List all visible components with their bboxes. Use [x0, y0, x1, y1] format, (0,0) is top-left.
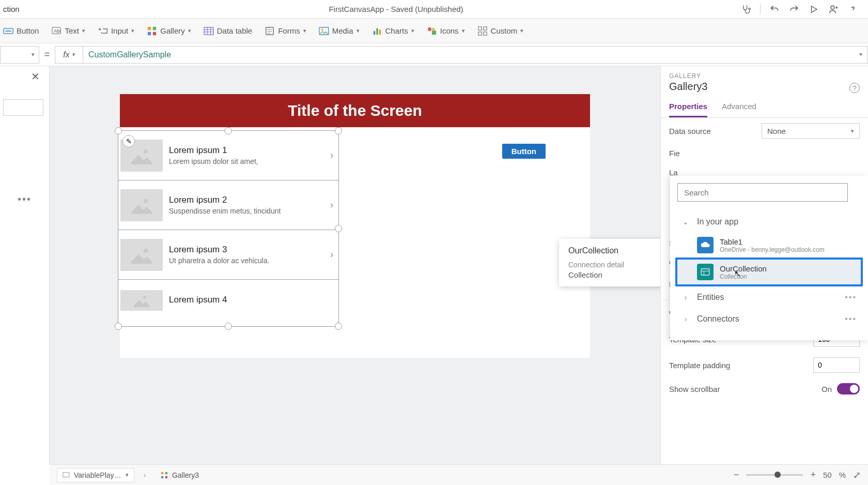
ribbon-media[interactable]: Media ▾ — [319, 26, 360, 36]
formula-value: CustomGallerySample — [88, 50, 171, 59]
gallery-item[interactable]: Lorem ipsum 1 Lorem ipsum dolor sit amet… — [118, 131, 338, 180]
chevron-down-icon: ▾ — [82, 27, 85, 34]
gallery-item[interactable]: Lorem ipsum 3 Ut pharetra a dolor ac veh… — [118, 230, 338, 280]
svg-point-1 — [831, 6, 834, 9]
screen-title: Title of the Screen — [288, 102, 422, 119]
media-icon — [319, 26, 329, 36]
resize-handle[interactable] — [115, 127, 122, 134]
chevron-down-icon: ▾ — [131, 27, 134, 34]
help-circle-icon[interactable]: ? — [849, 83, 860, 93]
ribbon-charts[interactable]: Charts ▾ — [372, 26, 414, 36]
chevron-down-icon: ▾ — [520, 27, 523, 34]
edit-pencil-icon[interactable]: ✎ — [122, 135, 135, 147]
resize-handle[interactable] — [335, 323, 342, 330]
chevron-right-icon[interactable]: › — [330, 200, 333, 210]
tooltip-value: Collection — [568, 270, 663, 279]
ribbon-text[interactable]: Abc Text ▾ — [51, 26, 85, 36]
gallery-item[interactable]: Lorem ipsum 4 — [118, 280, 338, 321]
fullscreen-icon[interactable]: ⤢ — [853, 469, 861, 481]
ribbon-input[interactable]: Input ▾ — [98, 26, 134, 36]
left-panel-box[interactable] — [3, 99, 43, 116]
section-connectors[interactable]: › Connectors ••• — [677, 308, 861, 330]
item-subtitle: Collection — [720, 273, 767, 280]
data-source-select[interactable]: None ▾ — [762, 123, 860, 139]
canvas-screen[interactable]: Title of the Screen Button ✎ Lorem ipsum… — [120, 94, 590, 358]
stethoscope-icon[interactable] — [740, 4, 752, 15]
datasource-item-table1[interactable]: Table1 OneDrive - benny.legge@outlook.co… — [677, 233, 861, 257]
more-icon[interactable]: ••• — [0, 193, 49, 205]
fx-button[interactable]: fx▾ — [55, 46, 83, 64]
chevron-down-icon: ▾ — [126, 472, 129, 478]
help-icon[interactable] — [847, 4, 859, 15]
svg-rect-8 — [148, 32, 151, 35]
chevron-right-icon[interactable]: › — [330, 249, 333, 260]
tab-properties[interactable]: Properties — [669, 97, 707, 117]
breadcrumb-screen[interactable]: VariablePlay… ▾ — [57, 468, 134, 482]
datasource-item-ourcollection[interactable]: OurCollection Collection ↖ — [677, 260, 861, 284]
zoom-out-button[interactable]: − — [734, 469, 739, 480]
breadcrumb-control[interactable]: Gallery3 — [156, 468, 204, 482]
redo-icon[interactable] — [788, 4, 800, 15]
control-type-label: GALLERY — [661, 66, 868, 80]
resize-handle[interactable] — [335, 225, 342, 232]
formula-input[interactable]: CustomGallerySample ▾ — [83, 46, 868, 64]
ribbon-gallery[interactable]: Gallery ▾ — [147, 26, 191, 36]
ribbon-datatable[interactable]: Data table — [204, 26, 252, 36]
prop-data-source-label: Data source — [669, 127, 711, 135]
svg-point-30 — [144, 149, 148, 154]
gallery-control[interactable]: ✎ Lorem ipsum 1 Lorem ipsum dolor sit am… — [118, 130, 339, 327]
template-padding-input[interactable] — [813, 357, 860, 373]
ribbon-custom[interactable]: Custom ▾ — [477, 26, 524, 36]
chevron-right-icon[interactable]: › — [330, 150, 333, 161]
chevron-right-icon: › — [681, 293, 690, 301]
tab-advanced[interactable]: Advanced — [722, 97, 756, 117]
prop-fields-label: Fie — [669, 149, 680, 158]
close-icon[interactable]: ✕ — [31, 70, 40, 83]
ribbon-forms[interactable]: Forms ▾ — [265, 26, 306, 36]
resize-handle[interactable] — [335, 127, 342, 134]
ribbon-forms-label: Forms — [278, 26, 300, 35]
svg-rect-9 — [153, 32, 156, 35]
svg-rect-41 — [165, 476, 167, 478]
gallery-item[interactable]: Lorem ipsum 2 Suspendisse enim metus, ti… — [118, 180, 338, 230]
section-in-your-app[interactable]: ⌄ In your app — [677, 211, 861, 233]
item-subtitle: Ut pharetra a dolor ac vehicula. — [169, 256, 330, 265]
svg-point-31 — [144, 199, 148, 203]
expand-formula-icon[interactable]: ▾ — [859, 51, 862, 58]
more-icon[interactable]: ••• — [845, 293, 857, 302]
undo-icon[interactable] — [769, 4, 780, 15]
grid-icon — [477, 26, 488, 36]
svg-rect-38 — [161, 472, 163, 474]
zoom-slider[interactable] — [746, 474, 803, 476]
chart-icon — [372, 26, 382, 36]
ribbon-button[interactable]: Button — [3, 26, 39, 36]
chevron-down-icon: ▾ — [411, 27, 414, 34]
ribbon-input-label: Input — [111, 26, 128, 35]
canvas-button[interactable]: Button — [502, 144, 546, 159]
tooltip-label: Connection detail — [568, 261, 663, 269]
zoom-in-button[interactable]: + — [810, 469, 816, 480]
svg-rect-22 — [376, 28, 378, 35]
svg-rect-3 — [5, 31, 11, 32]
resize-handle[interactable] — [115, 323, 122, 330]
share-icon[interactable] — [828, 4, 839, 15]
data-source-dropdown: ⌄ In your app Table1 OneDrive - benny.le… — [670, 176, 868, 340]
datasource-search-input[interactable] — [677, 183, 848, 202]
more-icon[interactable]: ••• — [845, 314, 857, 324]
chevron-down-icon: ▾ — [357, 27, 360, 34]
screen-icon — [63, 472, 70, 478]
resize-handle[interactable] — [225, 127, 232, 134]
section-entities[interactable]: › Entities ••• — [677, 286, 861, 308]
ribbon-custom-label: Custom — [491, 26, 518, 35]
show-scrollbar-toggle[interactable] — [837, 383, 860, 395]
property-selector[interactable]: ▾ — [0, 46, 39, 64]
breadcrumb-separator: › — [144, 471, 146, 480]
resize-handle[interactable] — [225, 323, 232, 330]
svg-point-0 — [749, 8, 750, 9]
play-icon[interactable] — [808, 4, 819, 15]
ribbon-icons[interactable]: Icons ▾ — [427, 26, 465, 36]
table-icon — [204, 26, 214, 36]
form-icon — [265, 26, 275, 36]
svg-rect-10 — [204, 27, 213, 34]
screen-title-bar[interactable]: Title of the Screen — [120, 94, 590, 127]
